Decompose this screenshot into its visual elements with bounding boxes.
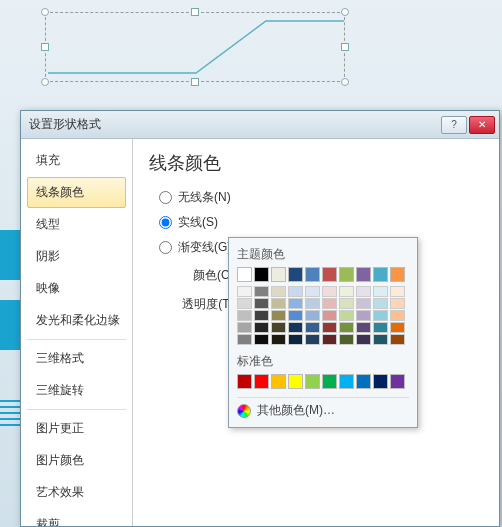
color-swatch[interactable]	[356, 334, 371, 345]
color-swatch[interactable]	[339, 298, 354, 309]
color-swatch[interactable]	[271, 310, 286, 321]
color-swatch[interactable]	[305, 267, 320, 282]
color-swatch[interactable]	[373, 334, 388, 345]
color-swatch[interactable]	[237, 267, 252, 282]
sidebar-item-shadow[interactable]: 阴影	[27, 241, 126, 272]
sidebar-item-3d-rotation[interactable]: 三维旋转	[27, 375, 126, 406]
color-swatch[interactable]	[254, 286, 269, 297]
color-swatch[interactable]	[390, 286, 405, 297]
color-swatch[interactable]	[305, 322, 320, 333]
color-swatch[interactable]	[237, 322, 252, 333]
sidebar-item-crop[interactable]: 裁剪	[27, 509, 126, 526]
color-swatch[interactable]	[322, 286, 337, 297]
radio-solid-line-input[interactable]	[159, 216, 172, 229]
color-swatch[interactable]	[254, 322, 269, 333]
sidebar-item-artistic-effects[interactable]: 艺术效果	[27, 477, 126, 508]
color-swatch[interactable]	[237, 298, 252, 309]
color-swatch[interactable]	[356, 322, 371, 333]
color-swatch[interactable]	[390, 298, 405, 309]
color-swatch[interactable]	[373, 267, 388, 282]
sidebar-item-reflection[interactable]: 映像	[27, 273, 126, 304]
color-swatch[interactable]	[339, 267, 354, 282]
color-swatch[interactable]	[254, 310, 269, 321]
color-swatch[interactable]	[373, 286, 388, 297]
color-swatch[interactable]	[390, 322, 405, 333]
color-swatch[interactable]	[305, 310, 320, 321]
resize-handle-bm[interactable]	[191, 78, 199, 86]
radio-no-line[interactable]: 无线条(N)	[159, 189, 483, 206]
sidebar-item-glow[interactable]: 发光和柔化边缘	[27, 305, 126, 336]
color-swatch[interactable]	[390, 334, 405, 345]
color-swatch[interactable]	[288, 374, 303, 389]
color-swatch[interactable]	[305, 374, 320, 389]
color-swatch[interactable]	[339, 286, 354, 297]
color-swatch[interactable]	[322, 322, 337, 333]
resize-handle-tr[interactable]	[341, 8, 349, 16]
color-swatch[interactable]	[356, 267, 371, 282]
color-swatch[interactable]	[288, 334, 303, 345]
close-button[interactable]: ✕	[469, 116, 495, 134]
sidebar-item-picture-color[interactable]: 图片颜色	[27, 445, 126, 476]
color-swatch[interactable]	[288, 298, 303, 309]
color-swatch[interactable]	[356, 310, 371, 321]
radio-gradient-line-input[interactable]	[159, 241, 172, 254]
radio-solid-line[interactable]: 实线(S)	[159, 214, 483, 231]
color-swatch[interactable]	[271, 286, 286, 297]
resize-handle-bl[interactable]	[41, 78, 49, 86]
color-swatch[interactable]	[305, 334, 320, 345]
color-swatch[interactable]	[373, 322, 388, 333]
color-swatch[interactable]	[373, 374, 388, 389]
color-swatch[interactable]	[356, 298, 371, 309]
color-swatch[interactable]	[390, 310, 405, 321]
color-swatch[interactable]	[322, 334, 337, 345]
color-swatch[interactable]	[339, 374, 354, 389]
color-swatch[interactable]	[356, 374, 371, 389]
color-swatch[interactable]	[271, 322, 286, 333]
sidebar-item-line-style[interactable]: 线型	[27, 209, 126, 240]
color-swatch[interactable]	[390, 267, 405, 282]
color-swatch[interactable]	[322, 267, 337, 282]
color-swatch[interactable]	[237, 374, 252, 389]
selected-shape[interactable]	[45, 12, 345, 82]
color-swatch[interactable]	[322, 310, 337, 321]
color-swatch[interactable]	[271, 374, 286, 389]
resize-handle-br[interactable]	[341, 78, 349, 86]
color-swatch[interactable]	[254, 267, 269, 282]
color-swatch[interactable]	[271, 334, 286, 345]
color-swatch[interactable]	[254, 374, 269, 389]
radio-no-line-input[interactable]	[159, 191, 172, 204]
color-swatch[interactable]	[373, 298, 388, 309]
color-swatch[interactable]	[339, 334, 354, 345]
color-swatch[interactable]	[373, 310, 388, 321]
color-swatch[interactable]	[288, 310, 303, 321]
color-swatch[interactable]	[305, 298, 320, 309]
more-colors-item[interactable]: 其他颜色(M)…	[237, 397, 409, 419]
color-swatch[interactable]	[339, 310, 354, 321]
color-swatch[interactable]	[288, 322, 303, 333]
sidebar-item-line-color[interactable]: 线条颜色	[27, 177, 126, 208]
color-swatch[interactable]	[390, 374, 405, 389]
resize-handle-tl[interactable]	[41, 8, 49, 16]
color-swatch[interactable]	[237, 334, 252, 345]
titlebar[interactable]: 设置形状格式 ? ✕	[21, 111, 499, 139]
resize-handle-ml[interactable]	[41, 43, 49, 51]
color-swatch[interactable]	[237, 310, 252, 321]
color-swatch[interactable]	[271, 298, 286, 309]
color-swatch[interactable]	[254, 334, 269, 345]
color-swatch[interactable]	[322, 374, 337, 389]
resize-handle-tm[interactable]	[191, 8, 199, 16]
help-button[interactable]: ?	[441, 116, 467, 134]
color-swatch[interactable]	[288, 286, 303, 297]
sidebar-item-fill[interactable]: 填充	[27, 145, 126, 176]
sidebar-item-3d-format[interactable]: 三维格式	[27, 343, 126, 374]
sidebar-item-picture-correction[interactable]: 图片更正	[27, 413, 126, 444]
color-swatch[interactable]	[271, 267, 286, 282]
color-swatch[interactable]	[288, 267, 303, 282]
color-swatch[interactable]	[237, 286, 252, 297]
color-swatch[interactable]	[322, 298, 337, 309]
color-swatch[interactable]	[339, 322, 354, 333]
resize-handle-mr[interactable]	[341, 43, 349, 51]
color-swatch[interactable]	[305, 286, 320, 297]
color-swatch[interactable]	[254, 298, 269, 309]
color-swatch[interactable]	[356, 286, 371, 297]
